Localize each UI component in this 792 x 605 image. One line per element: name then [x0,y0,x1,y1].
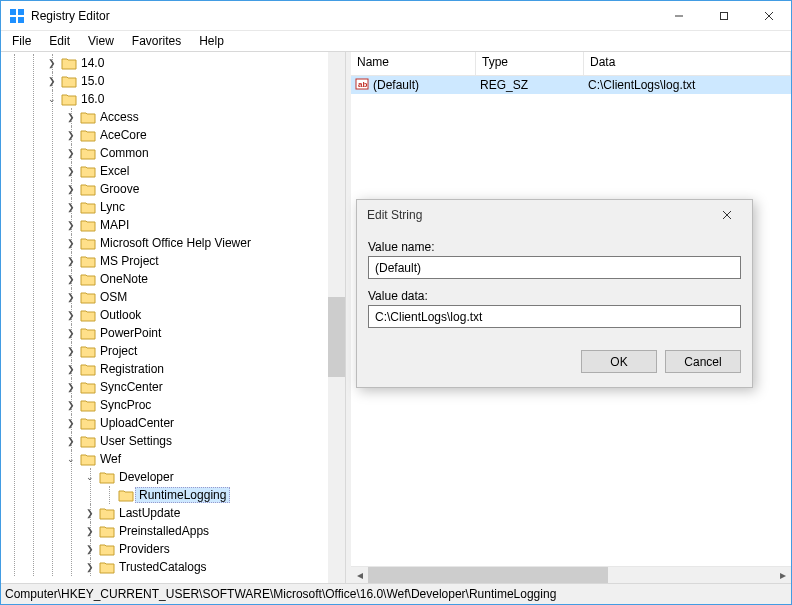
tree-node-powerpoint[interactable]: ❯PowerPoint [64,324,345,342]
scroll-right-icon[interactable]: ▸ [774,567,791,584]
value-data-input[interactable] [368,305,741,328]
expand-icon[interactable]: ❯ [64,184,78,194]
folder-icon [80,110,96,124]
tree-node-uploadcenter[interactable]: ❯UploadCenter [64,414,345,432]
expand-icon[interactable]: ❯ [64,238,78,248]
tree-node-syncproc[interactable]: ❯SyncProc [64,396,345,414]
tree-node-project[interactable]: ❯Project [64,342,345,360]
expand-icon[interactable]: ❯ [64,256,78,266]
tree-node-preinstalledapps[interactable]: ❯PreinstalledApps [83,522,345,540]
tree-node-groove[interactable]: ❯Groove [64,180,345,198]
expand-icon[interactable]: ❯ [64,400,78,410]
expand-icon[interactable]: ❯ [64,364,78,374]
expand-icon[interactable]: ❯ [83,508,97,518]
maximize-button[interactable] [701,1,746,30]
tree-node-16[interactable]: ⌄16.0 [45,90,345,108]
registry-tree[interactable]: ❯14.0 ❯15.0 ⌄16.0 ❯Access ❯AceCore ❯Comm… [1,52,345,578]
tree-node-trustedcatalogs[interactable]: ❯TrustedCatalogs [83,558,345,576]
expand-icon[interactable]: ❯ [64,274,78,284]
folder-icon [99,470,115,484]
tree-node-onenote[interactable]: ❯OneNote [64,270,345,288]
expand-icon[interactable]: ❯ [83,526,97,536]
expand-icon[interactable]: ❯ [64,328,78,338]
value-name-label: Value name: [368,240,741,254]
titlebar: Registry Editor [1,1,791,31]
tree-node-common[interactable]: ❯Common [64,144,345,162]
tree-node-developer[interactable]: ⌄Developer [83,468,345,486]
expand-icon[interactable]: ❯ [64,382,78,392]
expand-icon[interactable]: ❯ [64,292,78,302]
expand-icon[interactable]: ❯ [64,220,78,230]
collapse-icon[interactable]: ⌄ [64,454,78,464]
value-data: C:\ClientLogs\log.txt [584,78,791,92]
expand-icon[interactable]: ❯ [83,562,97,572]
window-controls [656,1,791,30]
expand-icon[interactable]: ❯ [45,76,59,86]
tree-node-excel[interactable]: ❯Excel [64,162,345,180]
tree-node-wef[interactable]: ⌄Wef [64,450,345,468]
svg-rect-3 [18,17,24,23]
column-type[interactable]: Type [476,52,584,75]
value-row[interactable]: ab (Default) REG_SZ C:\ClientLogs\log.tx… [351,76,791,94]
cancel-button[interactable]: Cancel [665,350,741,373]
dialog-close-button[interactable] [712,208,742,223]
folder-icon [80,218,96,232]
tree-node-15[interactable]: ❯15.0 [45,72,345,90]
horizontal-scrollbar[interactable]: ◂ ▸ [351,566,791,583]
tree-node-14[interactable]: ❯14.0 [45,54,345,72]
tree-node-usersettings[interactable]: ❯User Settings [64,432,345,450]
column-data[interactable]: Data [584,52,791,75]
tree-node-registration[interactable]: ❯Registration [64,360,345,378]
dialog-titlebar[interactable]: Edit String [357,200,752,230]
tree-node-synccenter[interactable]: ❯SyncCenter [64,378,345,396]
ok-button[interactable]: OK [581,350,657,373]
tree-node-lync[interactable]: ❯Lync [64,198,345,216]
scroll-track[interactable] [368,567,774,583]
scroll-left-icon[interactable]: ◂ [351,567,368,584]
menu-help[interactable]: Help [190,32,233,50]
minimize-button[interactable] [656,1,701,30]
expand-icon[interactable]: ❯ [64,130,78,140]
tree-node-mapi[interactable]: ❯MAPI [64,216,345,234]
tree-node-access[interactable]: ❯Access [64,108,345,126]
folder-icon [80,182,96,196]
tree-node-runtimelogging[interactable]: RuntimeLogging [102,486,345,504]
expand-icon[interactable]: ❯ [64,436,78,446]
statusbar: Computer\HKEY_CURRENT_USER\SOFTWARE\Micr… [1,584,791,604]
expand-icon[interactable]: ❯ [64,166,78,176]
folder-icon [80,416,96,430]
tree-node-msproject[interactable]: ❯MS Project [64,252,345,270]
value-type: REG_SZ [476,78,584,92]
value-name-input[interactable] [368,256,741,279]
expand-icon[interactable]: ❯ [83,544,97,554]
expand-icon[interactable]: ❯ [64,202,78,212]
expand-icon[interactable]: ❯ [45,58,59,68]
expand-icon[interactable]: ❯ [64,418,78,428]
collapse-icon[interactable]: ⌄ [45,94,59,104]
expand-icon[interactable]: ❯ [64,148,78,158]
collapse-icon[interactable]: ⌄ [83,472,97,482]
menu-favorites[interactable]: Favorites [123,32,190,50]
column-name[interactable]: Name [351,52,476,75]
menu-edit[interactable]: Edit [40,32,79,50]
folder-icon [80,452,96,466]
tree-node-osm[interactable]: ❯OSM [64,288,345,306]
close-button[interactable] [746,1,791,30]
scroll-thumb[interactable] [368,567,608,583]
folder-icon [80,200,96,214]
svg-rect-5 [720,12,727,19]
window-title: Registry Editor [31,9,656,23]
expand-icon[interactable]: ❯ [64,346,78,356]
menu-file[interactable]: File [3,32,40,50]
tree-node-acecore[interactable]: ❯AceCore [64,126,345,144]
expand-icon[interactable]: ❯ [64,310,78,320]
tree-node-lastupdate[interactable]: ❯LastUpdate [83,504,345,522]
tree-node-providers[interactable]: ❯Providers [83,540,345,558]
expand-icon[interactable]: ❯ [64,112,78,122]
tree-node-outlook[interactable]: ❯Outlook [64,306,345,324]
folder-icon [61,74,77,88]
tree-pane: ❯14.0 ❯15.0 ⌄16.0 ❯Access ❯AceCore ❯Comm… [1,52,346,583]
folder-icon [80,326,96,340]
tree-node-mohv[interactable]: ❯Microsoft Office Help Viewer [64,234,345,252]
menu-view[interactable]: View [79,32,123,50]
